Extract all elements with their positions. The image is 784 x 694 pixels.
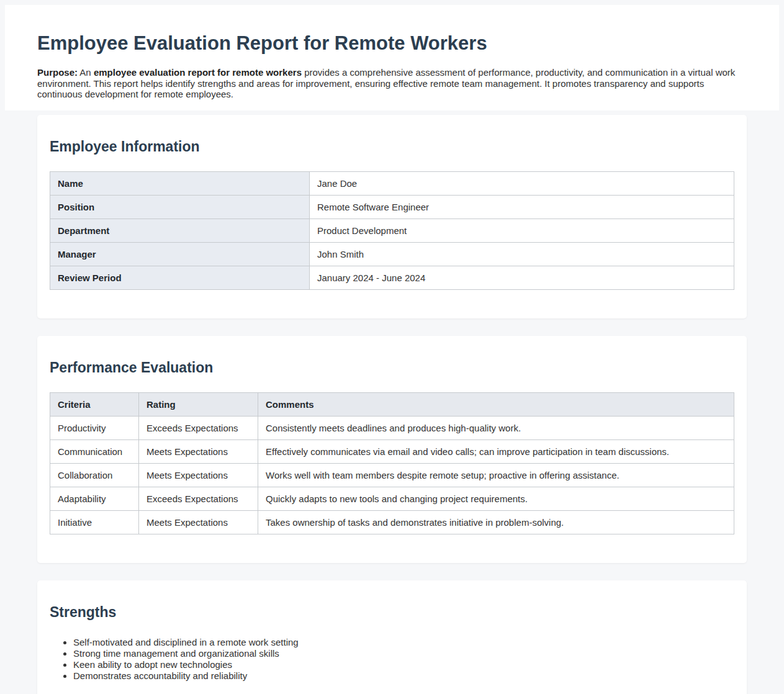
purpose-bold-phrase: employee evaluation report for remote wo… bbox=[94, 67, 302, 78]
info-row-label: Manager bbox=[50, 242, 310, 266]
info-row-label: Review Period bbox=[50, 266, 310, 289]
employee-information-heading: Employee Information bbox=[50, 138, 734, 155]
table-row: Review Period January 2024 - June 2024 bbox=[50, 266, 734, 289]
info-row-label: Department bbox=[50, 219, 310, 242]
purpose-paragraph: Purpose: An employee evaluation report f… bbox=[37, 67, 742, 100]
column-header-rating: Rating bbox=[139, 392, 258, 416]
report-header: Employee Evaluation Report for Remote Wo… bbox=[5, 5, 779, 110]
rating-cell: Meets Expectations bbox=[139, 439, 258, 463]
performance-evaluation-section: Performance Evaluation Criteria Rating C… bbox=[37, 336, 747, 563]
criteria-cell: Initiative bbox=[50, 510, 139, 534]
table-row: Position Remote Software Engineer bbox=[50, 195, 734, 219]
rating-cell: Exceeds Expectations bbox=[139, 487, 258, 510]
purpose-lead-in: An bbox=[78, 67, 94, 78]
info-row-label: Position bbox=[50, 195, 310, 219]
comments-cell: Quickly adapts to new tools and changing… bbox=[258, 487, 734, 510]
comments-cell: Consistently meets deadlines and produce… bbox=[258, 416, 734, 439]
criteria-cell: Communication bbox=[50, 439, 139, 463]
table-header-row: Criteria Rating Comments bbox=[50, 392, 734, 416]
page-title: Employee Evaluation Report for Remote Wo… bbox=[37, 32, 742, 55]
comments-cell: Effectively communicates via email and v… bbox=[258, 439, 734, 463]
table-row: Name Jane Doe bbox=[50, 171, 734, 195]
strengths-section: Strengths Self-motivated and disciplined… bbox=[37, 580, 747, 694]
list-item: Demonstrates accountability and reliabil… bbox=[73, 670, 734, 682]
employee-information-table: Name Jane Doe Position Remote Software E… bbox=[50, 171, 734, 290]
criteria-cell: Adaptability bbox=[50, 487, 139, 510]
table-row: Department Product Development bbox=[50, 219, 734, 242]
comments-cell: Works well with team members despite rem… bbox=[258, 463, 734, 487]
employee-information-section: Employee Information Name Jane Doe Posit… bbox=[37, 115, 747, 318]
purpose-label: Purpose: bbox=[37, 67, 78, 78]
rating-cell: Meets Expectations bbox=[139, 510, 258, 534]
comments-cell: Takes ownership of tasks and demonstrate… bbox=[258, 510, 734, 534]
table-row: Collaboration Meets Expectations Works w… bbox=[50, 463, 734, 487]
info-row-value: Remote Software Engineer bbox=[310, 195, 734, 219]
column-header-criteria: Criteria bbox=[50, 392, 139, 416]
strengths-heading: Strengths bbox=[50, 604, 734, 621]
performance-evaluation-table: Criteria Rating Comments Productivity Ex… bbox=[50, 392, 734, 534]
table-row: Adaptability Exceeds Expectations Quickl… bbox=[50, 487, 734, 510]
table-row: Communication Meets Expectations Effecti… bbox=[50, 439, 734, 463]
info-row-label: Name bbox=[50, 171, 310, 195]
list-item: Strong time management and organizationa… bbox=[73, 648, 734, 659]
column-header-comments: Comments bbox=[258, 392, 734, 416]
criteria-cell: Productivity bbox=[50, 416, 139, 439]
info-row-value: John Smith bbox=[310, 242, 734, 266]
table-row: Productivity Exceeds Expectations Consis… bbox=[50, 416, 734, 439]
list-item: Keen ability to adopt new technologies bbox=[73, 659, 734, 670]
table-row: Initiative Meets Expectations Takes owne… bbox=[50, 510, 734, 534]
rating-cell: Meets Expectations bbox=[139, 463, 258, 487]
info-row-value: Product Development bbox=[310, 219, 734, 242]
performance-evaluation-heading: Performance Evaluation bbox=[50, 359, 734, 376]
rating-cell: Exceeds Expectations bbox=[139, 416, 258, 439]
list-item: Self-motivated and disciplined in a remo… bbox=[73, 637, 734, 648]
criteria-cell: Collaboration bbox=[50, 463, 139, 487]
strengths-list: Self-motivated and disciplined in a remo… bbox=[50, 637, 734, 682]
info-row-value: January 2024 - June 2024 bbox=[310, 266, 734, 289]
table-row: Manager John Smith bbox=[50, 242, 734, 266]
info-row-value: Jane Doe bbox=[310, 171, 734, 195]
